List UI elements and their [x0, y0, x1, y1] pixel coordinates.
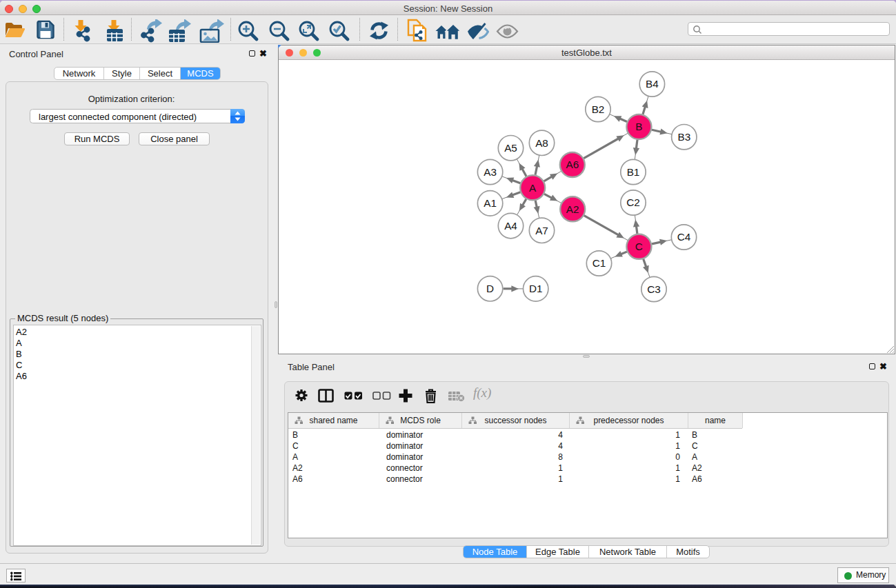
svg-text:A6: A6: [566, 159, 579, 170]
svg-text:B: B: [635, 121, 642, 132]
svg-text:C1: C1: [593, 257, 606, 269]
svg-text:C4: C4: [677, 231, 691, 243]
svg-text:A7: A7: [535, 225, 548, 236]
svg-text:D: D: [486, 283, 494, 294]
svg-text:A: A: [529, 182, 537, 194]
svg-text:A2: A2: [566, 203, 579, 215]
svg-text:A8: A8: [535, 137, 548, 149]
svg-text:D1: D1: [529, 283, 543, 294]
svg-text:C2: C2: [626, 196, 640, 208]
svg-text:A5: A5: [504, 142, 517, 154]
svg-text:A1: A1: [484, 197, 497, 209]
svg-text:B1: B1: [627, 166, 640, 178]
svg-text:B4: B4: [646, 78, 659, 90]
svg-text:B2: B2: [592, 103, 605, 115]
svg-text:C3: C3: [647, 283, 661, 295]
svg-text:A3: A3: [484, 166, 497, 178]
svg-text:C: C: [635, 241, 643, 252]
svg-text:A4: A4: [504, 220, 517, 232]
svg-text:B3: B3: [677, 131, 690, 143]
